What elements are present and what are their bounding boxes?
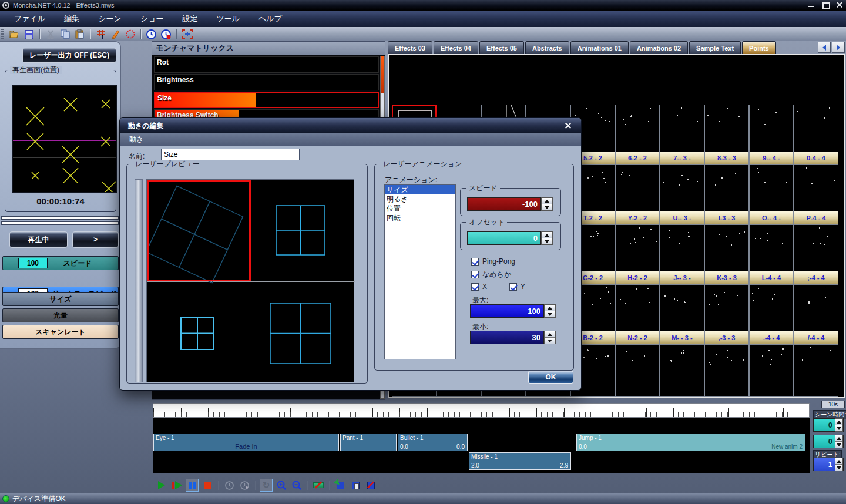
tab-scroll-left-button[interactable]	[818, 42, 831, 53]
spin-down[interactable]	[835, 465, 842, 471]
tab-points[interactable]: Points	[742, 41, 776, 54]
pause-icon[interactable]	[186, 479, 199, 492]
offset-value-bar[interactable]: 0	[467, 231, 541, 245]
timeline-block-pant-1[interactable]: Pant - 1	[340, 434, 397, 451]
points-grid-cell[interactable]: O-- 4 -	[749, 164, 794, 224]
timer-1-icon[interactable]	[223, 479, 236, 492]
tab-effects-05[interactable]: Effects 05	[479, 41, 524, 54]
timeline-block-missile-1[interactable]: Missile - 12.02.9	[469, 452, 571, 470]
min-spinner[interactable]	[544, 331, 556, 344]
spin-up[interactable]	[835, 419, 842, 425]
points-grid-cell[interactable]: P-4 - 4	[794, 164, 838, 224]
maximize-button[interactable]	[821, 1, 830, 9]
timeline-block-bullet-1[interactable]: Bullet - 10.00.0	[398, 434, 468, 451]
y-axis-checkbox[interactable]: Y	[509, 283, 525, 291]
preview-vertical-slider[interactable]	[135, 179, 143, 382]
points-grid-cell[interactable]: K-3 - 3	[704, 224, 749, 284]
animation-listbox[interactable]: サイズ明るさ位置回転	[384, 184, 456, 359]
dialog-title-bar[interactable]: 動きの編集	[120, 118, 581, 133]
play-icon[interactable]	[155, 479, 168, 492]
matrix-row-rot[interactable]: Rot	[154, 56, 379, 73]
spin-up[interactable]	[835, 458, 842, 465]
quadrant-bottom-right[interactable]	[251, 281, 355, 383]
timeline-block-eye-1[interactable]: Eye - 1Fade In	[153, 434, 339, 451]
scanrate-mode-button[interactable]: スキャンレート	[2, 325, 119, 339]
animation-list-item[interactable]: 明るさ	[385, 194, 455, 204]
toolbar-grip[interactable]	[1, 29, 4, 39]
matrix-scrollbar-thumb[interactable]	[381, 56, 384, 93]
menu-item-2[interactable]: シーン	[89, 11, 131, 26]
min-value-bar[interactable]: 30	[470, 331, 544, 344]
scene-time-spinner-2[interactable]: 0	[813, 435, 844, 448]
menu-item-0[interactable]: ファイル	[5, 11, 55, 26]
spin-down[interactable]	[835, 442, 842, 448]
tab-animations-01[interactable]: Animations 01	[570, 41, 629, 54]
stop-icon[interactable]	[201, 479, 214, 492]
points-grid-cell[interactable]: I-3 - 3	[704, 164, 749, 224]
tab-sample-text[interactable]: Sample Text	[689, 41, 741, 54]
speed-value[interactable]: 100	[18, 258, 48, 268]
brightness-mode-button[interactable]: 光量	[2, 308, 119, 322]
speed-meter[interactable]: 100 スピード	[2, 256, 119, 270]
points-grid-cell[interactable]	[704, 344, 749, 397]
points-grid-cell[interactable]: 6-2 - 2	[615, 105, 660, 164]
tab-effects-03[interactable]: Effects 03	[388, 41, 432, 54]
points-grid-cell[interactable]	[794, 344, 838, 397]
menu-item-5[interactable]: ツール	[207, 11, 249, 26]
ok-button[interactable]: OK	[528, 371, 573, 384]
menu-item-3[interactable]: ショー	[131, 11, 173, 26]
points-grid-cell[interactable]: .-4 - 4	[749, 284, 794, 344]
points-grid-cell[interactable]: L-4 - 4	[749, 224, 794, 284]
points-grid-cell[interactable]: ,-3 - 3	[704, 284, 749, 344]
zoom-in-icon[interactable]	[275, 479, 288, 492]
size-mode-button[interactable]: サイズ	[2, 292, 119, 306]
points-grid-cell[interactable]: 0-4 - 4	[794, 105, 838, 164]
points-grid-cell[interactable]: 7-- 3 -	[660, 105, 704, 164]
spin-up[interactable]	[835, 435, 842, 442]
laser-output-button[interactable]: レーザー出力 OFF (ESC)	[22, 48, 116, 63]
timeline-ruler[interactable]	[153, 403, 810, 418]
menu-item-4[interactable]: 設定	[173, 11, 207, 26]
dialog-close-icon[interactable]	[563, 122, 573, 130]
points-grid-cell[interactable]: U-- 3 -	[660, 164, 704, 224]
speed-spinner[interactable]	[541, 197, 553, 211]
points-grid-cell[interactable]	[615, 344, 660, 397]
points-grid-cell[interactable]	[660, 344, 704, 397]
cut-icon[interactable]	[44, 28, 56, 40]
speed-value-bar[interactable]: -100	[467, 197, 541, 211]
selected-quadrant[interactable]	[147, 180, 251, 281]
menu-item-1[interactable]: 編集	[55, 11, 89, 26]
animation-list-item[interactable]: サイズ	[385, 185, 455, 194]
smooth-checkbox[interactable]: なめらか	[471, 270, 511, 280]
timeline-block-jump-1[interactable]: Jump - 10.0New anim 2	[576, 434, 805, 451]
play-from-cursor-icon[interactable]	[170, 479, 183, 492]
pingpong-checkbox[interactable]: Ping-Pong	[471, 257, 515, 266]
menu-item-6[interactable]: ヘルプ	[249, 11, 291, 26]
repeat-spinner[interactable]: 1	[813, 458, 844, 471]
open-file-icon[interactable]	[8, 28, 21, 40]
spin-down[interactable]	[835, 425, 842, 431]
x-axis-checkbox[interactable]: X	[471, 283, 487, 291]
quadrant-bottom-left[interactable]	[147, 281, 251, 383]
copy-icon[interactable]	[59, 28, 71, 40]
next-button[interactable]: >	[72, 231, 119, 248]
loop-icon[interactable]: ↻	[260, 479, 273, 492]
playing-button[interactable]: 再生中	[9, 231, 68, 248]
points-grid-cell[interactable]	[749, 344, 794, 397]
offset-spinner[interactable]	[541, 231, 553, 245]
text-grid-tool-icon[interactable]: I	[95, 28, 107, 40]
selection-frame-icon[interactable]	[181, 28, 193, 40]
points-grid-cell[interactable]: Y-2 - 2	[615, 164, 660, 224]
tab-scroll-right-button[interactable]	[832, 42, 845, 53]
tab-abstracts[interactable]: Abstracts	[525, 41, 569, 54]
timer-record-icon[interactable]	[160, 28, 172, 40]
tab-effects-04[interactable]: Effects 04	[434, 41, 478, 54]
points-grid-cell[interactable]: J-- 3 -	[660, 224, 704, 284]
matrix-row-brightness[interactable]: Brightness	[154, 74, 379, 90]
points-grid-cell[interactable]: ;-4 - 4	[794, 224, 838, 284]
points-grid-cell[interactable]: /-4 - 4	[794, 284, 838, 344]
quadrant-top-right[interactable]	[251, 180, 355, 281]
points-grid-cell[interactable]: N-2 - 2	[615, 284, 660, 344]
copy-scene-icon[interactable]	[334, 479, 347, 492]
motion-name-input[interactable]	[161, 149, 300, 160]
